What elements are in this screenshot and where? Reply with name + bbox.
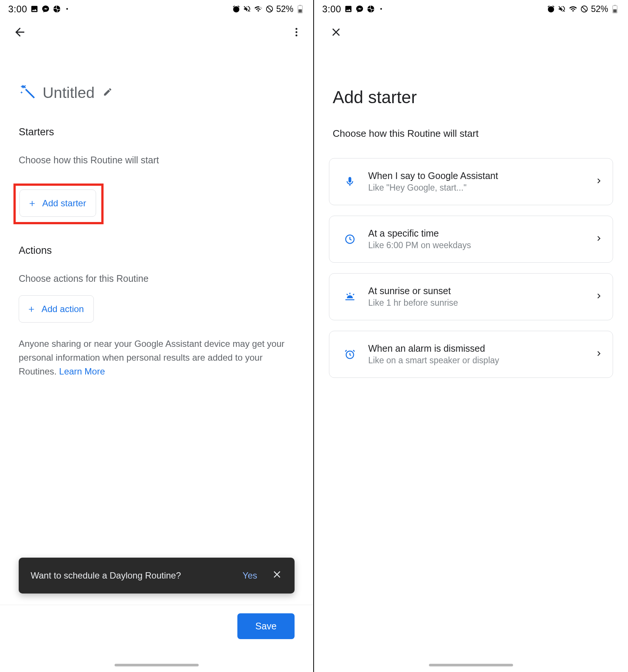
snackbar-close-icon[interactable]	[271, 569, 283, 582]
no-sim-icon	[265, 5, 274, 13]
svg-line-4	[267, 7, 272, 12]
starters-heading: Starters	[19, 126, 295, 138]
svg-rect-16	[613, 9, 617, 13]
back-arrow-icon[interactable]	[13, 25, 27, 39]
image-icon	[30, 5, 39, 13]
dot-icon: •	[66, 6, 68, 12]
battery-icon	[612, 4, 618, 13]
status-time: 3:00	[8, 4, 27, 15]
svg-rect-6	[299, 5, 301, 6]
mic-icon	[341, 176, 358, 187]
battery-icon	[298, 4, 303, 13]
mute-icon	[243, 5, 251, 13]
nav-handle[interactable]	[429, 664, 513, 666]
snackbar-yes-button[interactable]: Yes	[243, 570, 257, 581]
add-starter-button[interactable]: ＋ Add starter	[19, 189, 96, 217]
messenger-icon	[355, 5, 364, 13]
status-time: 3:00	[322, 4, 341, 15]
actions-subtext: Choose actions for this Routine	[19, 273, 295, 284]
status-bar: 3:00 • 52%	[314, 0, 628, 18]
svg-point-9	[296, 31, 298, 33]
save-button[interactable]: Save	[237, 613, 295, 639]
ball-icon	[367, 5, 375, 13]
mute-icon	[558, 5, 566, 13]
svg-text:+: +	[260, 6, 261, 8]
image-icon	[344, 5, 353, 13]
close-icon[interactable]	[330, 26, 342, 38]
status-bar: 3:00 • + 52%	[0, 0, 313, 18]
app-bar	[314, 18, 628, 46]
status-battery-pct: 52%	[591, 4, 608, 14]
page-subtitle: Choose how this Routine will start	[333, 128, 609, 139]
svg-line-13	[582, 7, 587, 12]
wand-icon	[19, 83, 36, 102]
dot-icon: •	[380, 6, 382, 12]
add-action-button[interactable]: ＋ Add action	[19, 295, 94, 323]
actions-heading: Actions	[19, 245, 295, 256]
actions-section: Actions Choose actions for this Routine …	[0, 224, 313, 329]
svg-point-8	[296, 28, 298, 30]
routine-title-row: Untitled	[0, 46, 313, 110]
wifi-icon	[569, 5, 578, 13]
no-sim-icon	[580, 5, 588, 13]
plus-icon: ＋	[27, 197, 37, 210]
alarm-icon	[547, 5, 555, 13]
option-desc: Like "Hey Google, start..."	[368, 183, 594, 193]
plus-icon: ＋	[27, 302, 36, 315]
starters-section: Starters Choose how this Routine will st…	[0, 110, 313, 184]
sunrise-icon	[341, 291, 358, 303]
chevron-right-icon	[594, 349, 604, 360]
starters-subtext: Choose how this Routine will start	[19, 155, 295, 166]
svg-point-10	[296, 34, 298, 36]
starter-option-voice[interactable]: When I say to Google Assistant Like "Hey…	[329, 158, 613, 205]
option-title: When an alarm is dismissed	[368, 343, 594, 354]
add-starter-label: Add starter	[42, 198, 86, 209]
learn-more-link[interactable]: Learn More	[59, 366, 105, 376]
chevron-right-icon	[594, 176, 604, 187]
option-desc: Like 6:00 PM on weekdays	[368, 240, 594, 250]
starter-option-time[interactable]: At a specific time Like 6:00 PM on weekd…	[329, 216, 613, 263]
option-desc: Like 1 hr before sunrise	[368, 298, 594, 308]
option-title: At sunrise or sunset	[368, 286, 594, 296]
clock-icon	[341, 234, 358, 245]
svg-rect-15	[614, 5, 616, 6]
add-action-label: Add action	[41, 304, 84, 314]
svg-rect-7	[299, 9, 302, 13]
starter-option-alarm[interactable]: When an alarm is dismissed Like on a sma…	[329, 331, 613, 378]
page-title: Add starter	[333, 87, 609, 107]
snackbar: Want to schedule a Daylong Routine? Yes	[19, 558, 295, 594]
info-text: Anyone sharing or near your Google Assis…	[0, 329, 313, 382]
option-title: When I say to Google Assistant	[368, 170, 594, 181]
alarm-icon	[232, 5, 240, 13]
page-header: Add starter Choose how this Routine will…	[314, 46, 628, 147]
chevron-right-icon	[594, 234, 604, 245]
status-battery-pct: 52%	[276, 4, 293, 14]
option-title: At a specific time	[368, 228, 594, 239]
snackbar-message: Want to schedule a Daylong Routine?	[31, 570, 243, 581]
ball-icon	[53, 5, 61, 13]
more-menu-icon[interactable]	[291, 27, 302, 38]
option-desc: Like on a smart speaker or display	[368, 355, 594, 366]
starter-option-sunrise[interactable]: At sunrise or sunset Like 1 hr before su…	[329, 273, 613, 320]
starter-options-list: When I say to Google Assistant Like "Hey…	[314, 147, 628, 378]
nav-handle[interactable]	[115, 664, 199, 666]
messenger-icon	[41, 5, 50, 13]
chevron-right-icon	[594, 291, 604, 302]
app-bar	[0, 18, 313, 46]
bottom-bar: Save	[0, 605, 313, 672]
routine-title: Untitled	[43, 84, 95, 102]
alarm-clock-icon	[341, 349, 358, 360]
tutorial-highlight: ＋ Add starter	[13, 184, 104, 224]
edit-title-icon[interactable]	[103, 87, 113, 98]
wifi-icon: +	[254, 5, 263, 13]
